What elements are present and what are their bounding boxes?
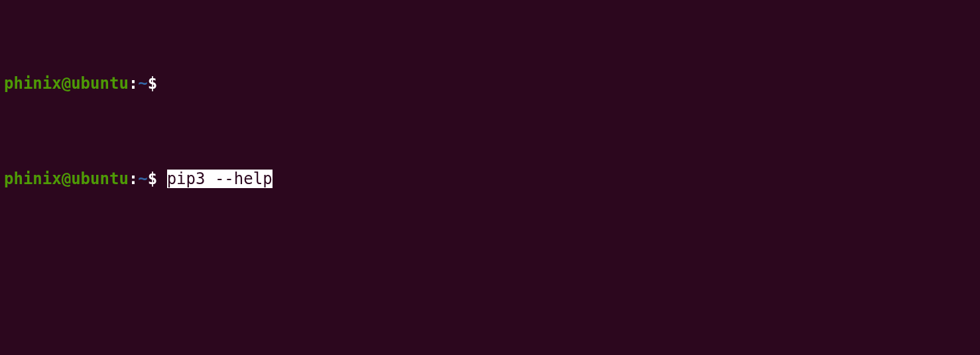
prompt-path: ~ xyxy=(138,170,147,188)
prompt-line-2: phinix@ubuntu:~$ pip3 --help xyxy=(4,167,976,191)
prompt-user: phinix xyxy=(4,74,62,93)
prompt-colon: : xyxy=(129,170,138,188)
blank-line xyxy=(4,262,976,286)
prompt-path: ~ xyxy=(138,74,147,93)
command-input-2[interactable]: pip3 --help xyxy=(167,170,273,188)
prompt-at: @ xyxy=(62,74,71,93)
prompt-user: phinix xyxy=(4,170,62,188)
prompt-dollar: $ xyxy=(148,170,157,188)
terminal-window[interactable]: phinix@ubuntu:~$ phinix@ubuntu:~$ pip3 -… xyxy=(0,0,980,355)
prompt-line-1: phinix@ubuntu:~$ xyxy=(4,72,976,95)
prompt-dollar: $ xyxy=(148,74,157,93)
prompt-host: ubuntu xyxy=(71,74,129,93)
prompt-colon: : xyxy=(129,74,138,93)
prompt-at: @ xyxy=(62,170,71,188)
prompt-host: ubuntu xyxy=(71,170,129,188)
